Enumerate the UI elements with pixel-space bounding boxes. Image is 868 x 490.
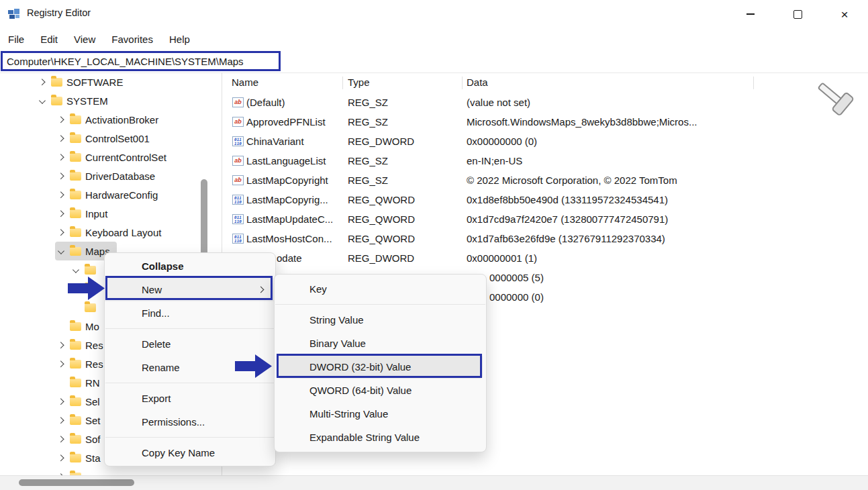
chevron-right-icon[interactable]: [55, 358, 66, 369]
tree-item-software[interactable]: SOFTWARE: [36, 72, 123, 91]
submenu-item-qword-value[interactable]: QWORD (64-bit) Value: [275, 379, 486, 402]
maximize-button[interactable]: [774, 0, 821, 28]
context-menu-item-find[interactable]: Find...: [105, 301, 275, 325]
value-row[interactable]: (Default)REG_SZ(value not set): [222, 93, 868, 112]
folder-icon: [70, 191, 81, 199]
tree-item-keyboard-layout[interactable]: Keyboard Layout: [55, 223, 161, 242]
menu-separator: [105, 328, 275, 329]
menu-edit[interactable]: Edit: [32, 28, 66, 51]
tree-item-sof[interactable]: Sof: [55, 430, 101, 448]
menu-separator: [275, 304, 485, 305]
string-value-icon: [232, 156, 244, 166]
menu-bar: File Edit View Favorites Help: [0, 28, 868, 51]
annotation-box-dword: [277, 354, 482, 378]
value-row[interactable]: LastMapCopyrig...REG_QWORD0x1d8ef8bb50e4…: [222, 190, 868, 209]
chevron-down-icon[interactable]: [70, 264, 81, 275]
tree-item-input[interactable]: Input: [55, 204, 107, 223]
column-header-data[interactable]: Data: [467, 72, 488, 93]
chevron-right-icon[interactable]: [55, 227, 66, 238]
tree-item-currentcontrolset[interactable]: CurrentControlSet: [55, 148, 166, 166]
tree-item-res-2[interactable]: Res: [55, 354, 103, 373]
string-value-icon: [232, 117, 244, 127]
column-header-name[interactable]: Name: [232, 72, 258, 93]
folder-icon: [70, 341, 81, 350]
string-value-icon: [232, 97, 244, 107]
column-divider[interactable]: [753, 77, 754, 89]
context-menu-item-permissions[interactable]: Permissions...: [105, 410, 275, 434]
chevron-right-icon[interactable]: [55, 133, 66, 144]
minimize-icon: [746, 13, 755, 14]
tree-item-driverdatabase[interactable]: DriverDatabase: [55, 166, 155, 185]
submenu-item-key[interactable]: Key: [275, 277, 486, 301]
folder-icon: [70, 134, 81, 143]
submenu-item-binary-value[interactable]: Binary Value: [275, 332, 486, 355]
value-row[interactable]: LastMapCopyrightREG_SZ© 2022 Microsoft C…: [222, 170, 868, 190]
tree-item-sta[interactable]: Sta: [55, 448, 101, 467]
tree-item-system[interactable]: SYSTEM: [36, 91, 108, 110]
chevron-right-icon[interactable]: [55, 189, 66, 200]
string-value-icon: [232, 175, 244, 185]
close-button[interactable]: ×: [821, 0, 868, 28]
chevron-right-icon[interactable]: [55, 114, 66, 125]
tree-item-hardwareconfig[interactable]: HardwareConfig: [55, 185, 158, 204]
registry-editor-icon: [8, 7, 21, 20]
value-row[interactable]: LastLanguageListREG_SZen-IN;en-US: [222, 151, 868, 170]
column-header-type[interactable]: Type: [348, 72, 370, 93]
minimize-button[interactable]: [727, 0, 774, 28]
tree-item-res-1[interactable]: Res: [55, 336, 103, 354]
tree-item[interactable]: [55, 467, 85, 475]
menu-file[interactable]: File: [0, 28, 32, 51]
chevron-right-icon[interactable]: [55, 434, 66, 444]
submenu-item-string-value[interactable]: String Value: [275, 308, 486, 332]
horizontal-scrollbar-thumb[interactable]: [19, 479, 134, 486]
chevron-right-icon[interactable]: [55, 152, 66, 162]
folder-icon: [51, 78, 62, 87]
folder-icon: [70, 228, 81, 237]
folder-icon: [70, 115, 81, 124]
chevron-right-icon[interactable]: [36, 77, 47, 87]
hammer-cursor-icon: [812, 81, 859, 122]
chevron-down-icon[interactable]: [36, 95, 47, 106]
value-row[interactable]: LastMapUpdateC...REG_QWORD0x1d7cd9a7f242…: [222, 209, 868, 229]
value-row[interactable]: ApprovedPFNListREG_SZMicrosoft.WindowsMa…: [222, 112, 868, 132]
chevron-right-icon[interactable]: [55, 452, 66, 463]
menu-view[interactable]: View: [66, 28, 103, 51]
tree-item-rn[interactable]: RN: [55, 373, 100, 392]
column-divider[interactable]: [462, 77, 463, 89]
chevron-right-icon[interactable]: [55, 415, 66, 426]
chevron-right-icon[interactable]: [55, 396, 66, 407]
dword-value-icon: [232, 214, 244, 224]
chevron-down-icon[interactable]: [55, 246, 66, 256]
context-menu-item-collapse[interactable]: Collapse: [105, 254, 275, 278]
tree-item-controlset001[interactable]: ControlSet001: [55, 129, 150, 148]
chevron-right-icon[interactable]: [55, 340, 66, 350]
context-menu-item-export[interactable]: Export: [105, 387, 275, 410]
folder-icon: [51, 97, 62, 105]
column-divider[interactable]: [342, 77, 343, 89]
folder-icon: [70, 435, 81, 444]
value-row[interactable]: ChinaVariantREG_DWORD0x00000000 (0): [222, 132, 868, 151]
tree-item-mo[interactable]: Mo: [55, 317, 99, 336]
dword-value-icon: [232, 195, 244, 205]
close-icon: ×: [840, 8, 848, 21]
folder-icon: [70, 209, 81, 218]
tree-item-sel[interactable]: Sel: [55, 392, 100, 411]
dword-value-icon: [232, 136, 244, 146]
chevron-right-icon[interactable]: [55, 208, 66, 219]
value-row[interactable]: odateREG_DWORD0x00000001 (1): [222, 248, 868, 268]
menu-help[interactable]: Help: [161, 28, 198, 51]
folder-icon: [70, 360, 81, 369]
chevron-right-icon[interactable]: [55, 170, 66, 181]
submenu-item-multi-string-value[interactable]: Multi-String Value: [275, 402, 486, 426]
context-menu-item-copy-key-name[interactable]: Copy Key Name: [105, 441, 275, 464]
tree-item-set[interactable]: Set: [55, 411, 101, 430]
window-controls: ×: [727, 0, 868, 28]
submenu-item-expandable-string-value[interactable]: Expandable String Value: [275, 426, 486, 449]
folder-icon: [70, 247, 81, 256]
value-row[interactable]: LastMosHostCon...REG_QWORD0x1d7afb63e26f…: [222, 229, 868, 248]
list-header: Name Type Data: [222, 72, 868, 93]
folder-icon: [70, 454, 81, 462]
tree-item-activationbroker[interactable]: ActivationBroker: [55, 110, 158, 129]
folder-icon: [70, 172, 81, 181]
menu-favorites[interactable]: Favorites: [103, 28, 161, 51]
